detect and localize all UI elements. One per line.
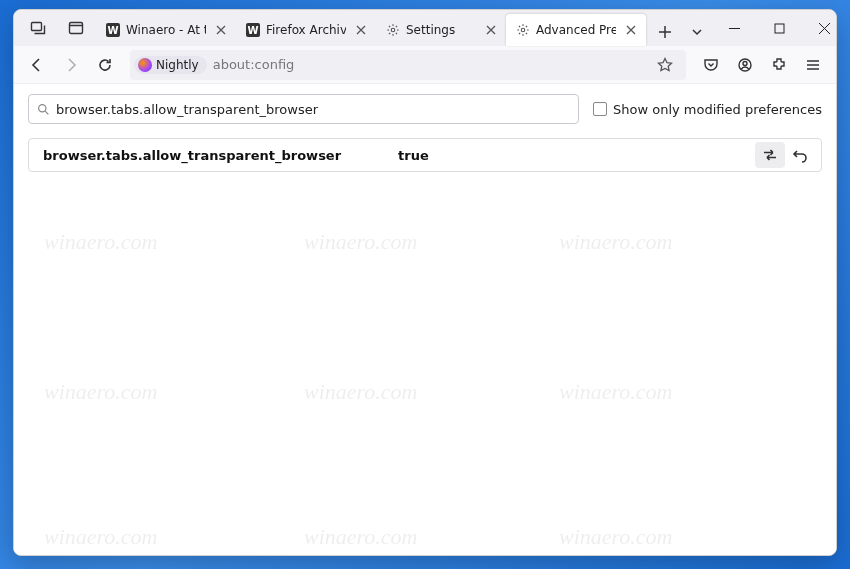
svg-point-7 [39, 104, 46, 111]
maximize-button[interactable] [757, 10, 802, 46]
close-icon[interactable] [212, 21, 230, 39]
tab-advanced-preferences[interactable]: Advanced Preferences [506, 14, 646, 46]
watermark: winaero.com [559, 229, 672, 255]
svg-rect-0 [32, 23, 42, 31]
minimize-button[interactable] [712, 10, 757, 46]
url-bar[interactable]: Nightly about:config [130, 50, 686, 80]
pref-search-input[interactable] [56, 102, 570, 117]
favicon-w-icon: W [106, 23, 120, 37]
close-icon[interactable] [622, 21, 640, 39]
close-icon[interactable] [352, 21, 370, 39]
tab-label: Settings [406, 23, 476, 37]
back-button[interactable] [22, 50, 52, 80]
tab-winaero[interactable]: W Winaero - At the edge o [96, 14, 236, 46]
svg-point-6 [743, 61, 747, 65]
watermark: winaero.com [559, 379, 672, 405]
browser-window: W Winaero - At the edge o W Firefox Arch… [13, 9, 837, 556]
favicon-w-icon: W [246, 23, 260, 37]
watermark: winaero.com [304, 379, 417, 405]
watermark: winaero.com [44, 379, 157, 405]
new-tab-button[interactable] [650, 17, 680, 47]
tab-strip: W Winaero - At the edge o W Firefox Arch… [96, 10, 712, 46]
reset-button[interactable] [785, 142, 815, 168]
gear-icon [516, 23, 530, 37]
account-icon[interactable] [730, 50, 760, 80]
checkbox-icon [593, 102, 607, 116]
nightly-label: Nightly [156, 58, 199, 72]
app-menu-icon[interactable] [798, 50, 828, 80]
pref-row: browser.tabs.allow_transparent_browser t… [28, 138, 822, 172]
tab-label: Advanced Preferences [536, 23, 616, 37]
undo-icon [792, 147, 808, 163]
pocket-icon[interactable] [696, 50, 726, 80]
show-only-modified-label: Show only modified preferences [613, 102, 822, 117]
svg-rect-4 [775, 24, 784, 33]
titlebar: W Winaero - At the edge o W Firefox Arch… [14, 10, 836, 46]
pref-name: browser.tabs.allow_transparent_browser [43, 148, 398, 163]
svg-point-2 [391, 28, 395, 32]
watermark: winaero.com [44, 229, 157, 255]
svg-point-3 [521, 28, 525, 32]
tab-label: Firefox Archives - Winae [266, 23, 346, 37]
watermark: winaero.com [304, 524, 417, 550]
nightly-icon [138, 58, 152, 72]
firefox-view-icon[interactable] [62, 14, 90, 42]
nav-toolbar: Nightly about:config [14, 46, 836, 84]
search-icon [37, 103, 50, 116]
extensions-icon[interactable] [764, 50, 794, 80]
url-text: about:config [213, 57, 295, 72]
toggle-icon [762, 147, 778, 163]
watermark: winaero.com [304, 229, 417, 255]
watermark: winaero.com [44, 524, 157, 550]
tab-firefox-archives[interactable]: W Firefox Archives - Winae [236, 14, 376, 46]
bookmark-star-icon[interactable] [650, 50, 680, 80]
forward-button[interactable] [56, 50, 86, 80]
window-controls [712, 10, 837, 46]
close-window-button[interactable] [802, 10, 837, 46]
close-icon[interactable] [482, 21, 500, 39]
tab-settings[interactable]: Settings [376, 14, 506, 46]
page-content: Show only modified preferences browser.t… [14, 84, 836, 555]
nightly-badge: Nightly [134, 56, 207, 74]
pref-value: true [398, 148, 755, 163]
watermark: winaero.com [559, 524, 672, 550]
pref-search-box[interactable] [28, 94, 579, 124]
reload-button[interactable] [90, 50, 120, 80]
toggle-button[interactable] [755, 142, 785, 168]
svg-rect-1 [70, 23, 83, 34]
tab-label: Winaero - At the edge o [126, 23, 206, 37]
show-only-modified-checkbox[interactable]: Show only modified preferences [593, 102, 822, 117]
gear-icon [386, 23, 400, 37]
recent-browsing-icon[interactable] [24, 14, 52, 42]
list-all-tabs-button[interactable] [682, 17, 712, 47]
